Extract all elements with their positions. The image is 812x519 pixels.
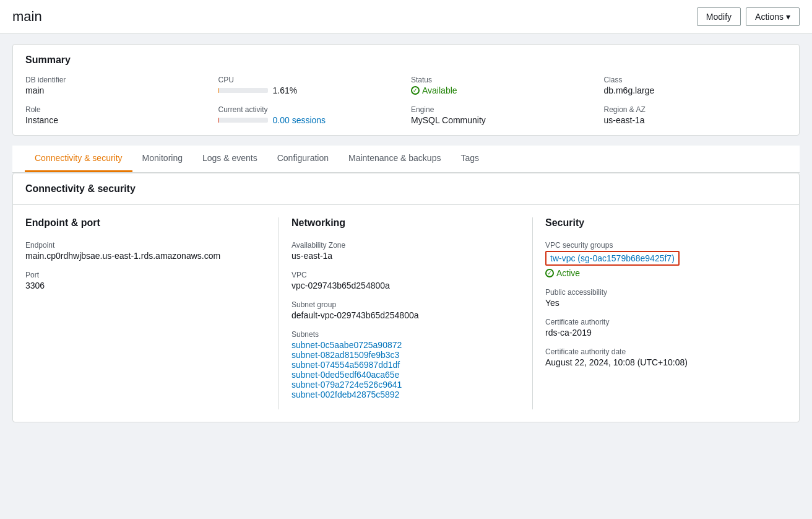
public-access-value: Yes bbox=[545, 298, 774, 308]
security-col-title: Security bbox=[545, 217, 774, 229]
cpu-label: CPU bbox=[218, 76, 402, 84]
cert-authority-value: rds-ca-2019 bbox=[545, 328, 774, 338]
actions-button[interactable]: Actions ▾ bbox=[746, 7, 800, 26]
summary-title: Summary bbox=[25, 55, 787, 66]
cert-date-label: Certificate authority date bbox=[545, 347, 774, 356]
networking-col-title: Networking bbox=[292, 217, 520, 229]
subnet-link[interactable]: subnet-0c5aabe0725a90872 bbox=[292, 340, 520, 350]
endpoint-field: Endpoint main.cp0rdhwjbsae.us-east-1.rds… bbox=[25, 241, 266, 261]
vpc-sg-label: VPC security groups bbox=[545, 241, 774, 250]
sessions-bar bbox=[218, 118, 268, 123]
summary-cpu: CPU 1.61% Current activity 0.00 sessions bbox=[218, 76, 402, 125]
active-label: Active bbox=[556, 268, 580, 278]
public-access-field: Public accessibility Yes bbox=[545, 288, 774, 308]
subnet-link[interactable]: subnet-002fdeb42875c5892 bbox=[292, 390, 520, 399]
cert-authority-field: Certificate authority rds-ca-2019 bbox=[545, 318, 774, 338]
role-value: Instance bbox=[25, 115, 209, 125]
modify-button[interactable]: Modify bbox=[697, 7, 741, 26]
status-check-icon: ✓ bbox=[411, 86, 420, 95]
engine-label: Engine bbox=[411, 105, 594, 114]
vpc-sg-link[interactable]: tw-vpc (sg-0ac1579b68e9425f7) bbox=[545, 251, 680, 266]
subnets-field: Subnets subnet-0c5aabe0725a90872subnet-0… bbox=[292, 330, 520, 399]
db-identifier-value: main bbox=[25, 85, 209, 95]
tab-maintenance[interactable]: Maintenance & backups bbox=[339, 146, 451, 172]
page-header: main Modify Actions ▾ bbox=[0, 0, 812, 34]
endpoint-col-title: Endpoint & port bbox=[25, 217, 266, 229]
content-area: Summary DB identifier main Role Instance… bbox=[0, 34, 812, 432]
subnets-list: subnet-0c5aabe0725a90872subnet-082ad8150… bbox=[292, 340, 520, 399]
vpc-label: VPC bbox=[292, 271, 520, 279]
subnet-link[interactable]: subnet-0ded5edf640aca65e bbox=[292, 370, 520, 380]
summary-db-identifier: DB identifier main Role Instance bbox=[25, 76, 209, 125]
class-value: db.m6g.large bbox=[604, 85, 787, 95]
engine-value: MySQL Community bbox=[411, 115, 594, 125]
active-badge: ✓ Active bbox=[545, 268, 774, 278]
connectivity-section-title: Connectivity & security bbox=[25, 183, 787, 194]
tab-connectivity[interactable]: Connectivity & security bbox=[25, 146, 132, 172]
summary-card: Summary DB identifier main Role Instance… bbox=[12, 44, 800, 136]
sessions-bar-fill bbox=[218, 118, 220, 123]
active-check-icon: ✓ bbox=[545, 269, 554, 277]
cpu-percent: 1.61% bbox=[273, 85, 298, 95]
chevron-down-icon: ▾ bbox=[786, 12, 790, 22]
security-col: Security VPC security groups tw-vpc (sg-… bbox=[533, 217, 787, 409]
subnet-group-field: Subnet group default-vpc-029743b65d25480… bbox=[292, 300, 520, 320]
tab-monitoring[interactable]: Monitoring bbox=[132, 146, 192, 172]
az-field: Availability Zone us-east-1a bbox=[292, 241, 520, 261]
role-label: Role bbox=[25, 105, 209, 114]
tab-configuration[interactable]: Configuration bbox=[267, 146, 339, 172]
connectivity-section-header: Connectivity & security bbox=[13, 173, 799, 205]
az-label: Availability Zone bbox=[292, 241, 520, 250]
public-access-label: Public accessibility bbox=[545, 288, 774, 297]
subnet-link[interactable]: subnet-074554a56987dd1df bbox=[292, 360, 520, 370]
vpc-link[interactable]: vpc-029743b65d254800a bbox=[292, 281, 390, 290]
endpoint-label: Endpoint bbox=[25, 241, 266, 250]
tabs-container: Connectivity & security Monitoring Logs … bbox=[12, 146, 800, 173]
sessions-container: 0.00 sessions bbox=[218, 115, 402, 125]
tab-tags[interactable]: Tags bbox=[451, 146, 489, 172]
tab-logs[interactable]: Logs & events bbox=[192, 146, 267, 172]
subnets-label: Subnets bbox=[292, 330, 520, 339]
page-title: main bbox=[12, 9, 42, 25]
status-value: Available bbox=[422, 85, 457, 95]
status-available: ✓ Available bbox=[411, 85, 594, 95]
port-value: 3306 bbox=[25, 281, 266, 290]
header-actions: Modify Actions ▾ bbox=[697, 7, 800, 26]
sessions-link[interactable]: 0.00 sessions bbox=[273, 115, 326, 125]
db-identifier-label: DB identifier bbox=[25, 76, 209, 84]
class-label: Class bbox=[604, 76, 787, 84]
endpoint-port-col: Endpoint & port Endpoint main.cp0rdhwjbs… bbox=[25, 217, 279, 409]
subnet-link[interactable]: subnet-079a2724e526c9641 bbox=[292, 380, 520, 390]
current-activity-label: Current activity bbox=[218, 105, 402, 114]
port-field: Port 3306 bbox=[25, 271, 266, 290]
cpu-bar-container: 1.61% bbox=[218, 85, 402, 95]
cert-authority-label: Certificate authority bbox=[545, 318, 774, 326]
connectivity-security-card: Connectivity & security Endpoint & port … bbox=[12, 173, 800, 422]
subnet-group-label: Subnet group bbox=[292, 300, 520, 309]
summary-grid: DB identifier main Role Instance CPU 1.6… bbox=[25, 76, 787, 125]
cert-date-field: Certificate authority date August 22, 20… bbox=[545, 347, 774, 367]
summary-status: Status ✓ Available Engine MySQL Communit… bbox=[411, 76, 594, 125]
summary-class: Class db.m6g.large Region & AZ us-east-1… bbox=[604, 76, 787, 125]
cert-date-value: August 22, 2024, 10:08 (UTC+10:08) bbox=[545, 357, 774, 367]
vpc-sg-field: VPC security groups tw-vpc (sg-0ac1579b6… bbox=[545, 241, 774, 278]
cpu-bar-fill bbox=[218, 88, 219, 93]
vpc-field: VPC vpc-029743b65d254800a bbox=[292, 271, 520, 290]
tabs: Connectivity & security Monitoring Logs … bbox=[25, 146, 787, 172]
az-value: us-east-1a bbox=[292, 251, 520, 261]
region-value: us-east-1a bbox=[604, 115, 787, 125]
status-label: Status bbox=[411, 76, 594, 84]
port-label: Port bbox=[25, 271, 266, 279]
actions-label: Actions bbox=[755, 12, 784, 22]
cpu-bar bbox=[218, 88, 268, 93]
connectivity-grid: Endpoint & port Endpoint main.cp0rdhwjbs… bbox=[13, 205, 799, 422]
subnet-link[interactable]: subnet-082ad81509fe9b3c3 bbox=[292, 350, 520, 360]
endpoint-value: main.cp0rdhwjbsae.us-east-1.rds.amazonaw… bbox=[25, 251, 266, 261]
region-label: Region & AZ bbox=[604, 105, 787, 114]
subnet-group-value: default-vpc-029743b65d254800a bbox=[292, 310, 520, 320]
networking-col: Networking Availability Zone us-east-1a … bbox=[279, 217, 533, 409]
